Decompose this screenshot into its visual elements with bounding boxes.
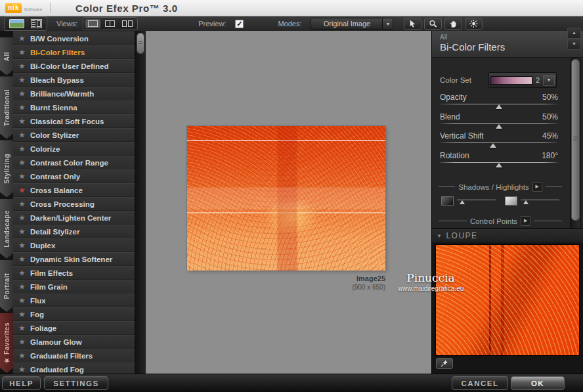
tab-all[interactable]: All <box>0 37 13 75</box>
settings-button[interactable]: SETTINGS <box>44 376 108 390</box>
ok-button[interactable]: OK <box>511 376 565 390</box>
star-icon[interactable]: ★ <box>19 242 26 249</box>
slider-thumb[interactable] <box>490 143 496 148</box>
filter-item[interactable]: ★Contrast Only <box>13 169 135 183</box>
star-icon[interactable]: ★ <box>19 200 26 207</box>
filter-item[interactable]: ★Bleach Bypass <box>13 73 135 87</box>
shadows-track[interactable] <box>456 196 496 206</box>
slider-opacity: Opacity 50% <box>440 91 558 111</box>
filter-item[interactable]: ★Detail Stylizer <box>13 225 135 238</box>
star-icon[interactable]: ★ <box>19 186 26 194</box>
tab-stylizing[interactable]: Stylizing <box>0 140 13 197</box>
loupe-image[interactable] <box>435 244 580 356</box>
star-icon[interactable]: ★ <box>19 49 26 56</box>
preview-image[interactable] <box>187 126 385 271</box>
star-icon[interactable]: ★ <box>19 173 26 180</box>
filter-item[interactable]: ★Film Grain <box>13 280 135 294</box>
scroll-up-button[interactable]: ▲ <box>567 28 581 39</box>
filter-item[interactable]: ★Fog <box>13 307 135 321</box>
filter-item[interactable]: ★Bi-Color Filters <box>13 45 135 59</box>
filter-item[interactable]: ★Brilliance/Warmth <box>13 87 135 100</box>
preview-checkbox[interactable]: ✓ <box>235 20 244 28</box>
filter-item[interactable]: ★Flux <box>13 294 135 307</box>
highlights-track[interactable] <box>519 196 559 206</box>
select-tool-button[interactable] <box>404 18 421 30</box>
star-icon[interactable]: ★ <box>19 283 26 290</box>
scrollbar-thumb[interactable] <box>137 33 144 54</box>
star-icon[interactable]: ★ <box>19 76 26 83</box>
filter-item[interactable]: ★Dynamic Skin Softener <box>13 252 135 266</box>
scrollbar-thumb[interactable] <box>571 59 580 221</box>
tab-portrait[interactable]: Portrait <box>0 260 13 312</box>
filter-item[interactable]: ★Graduated Filters <box>13 349 135 362</box>
highlights-swatch[interactable] <box>505 196 517 206</box>
chevron-down-icon[interactable]: ▼ <box>382 18 393 29</box>
loupe-header[interactable]: ▼ LOUPE <box>432 229 583 243</box>
star-icon[interactable]: ★ <box>19 228 26 235</box>
star-icon[interactable]: ★ <box>19 255 26 263</box>
panel-scrollbar[interactable] <box>570 57 581 240</box>
star-icon[interactable]: ★ <box>19 62 26 70</box>
filter-item[interactable]: ★Graduated Fog <box>13 362 135 374</box>
background-color-tool-button[interactable] <box>465 18 483 30</box>
filter-item[interactable]: ★Cross Balance <box>13 183 135 197</box>
filter-item[interactable]: ★Foliage <box>13 321 135 335</box>
filter-item[interactable]: ★Colorize <box>13 142 135 156</box>
color-set-dropdown[interactable]: 2 ▼ <box>488 72 557 88</box>
star-icon[interactable]: ★ <box>19 35 26 42</box>
star-icon[interactable]: ★ <box>19 214 26 221</box>
single-view-button[interactable] <box>85 19 100 28</box>
help-button[interactable]: HELP <box>2 376 41 390</box>
preview-canvas[interactable]: Image25 (900 x 650) <box>146 31 431 374</box>
star-icon[interactable]: ★ <box>19 324 26 332</box>
slider-track[interactable] <box>440 142 558 143</box>
scroll-down-button[interactable]: ▼ <box>567 39 581 50</box>
filter-item[interactable]: ★Classical Soft Focus <box>13 114 135 128</box>
filter-item[interactable]: ★Film Effects <box>13 266 135 280</box>
modes-dropdown[interactable]: Original Image ▼ <box>311 18 393 30</box>
star-icon[interactable]: ★ <box>19 338 26 345</box>
slider-thumb[interactable] <box>496 163 502 167</box>
star-icon[interactable]: ★ <box>19 366 26 373</box>
filter-item[interactable]: ★Cross Processing <box>13 197 135 211</box>
image-thumbnail-button[interactable] <box>7 18 26 29</box>
filter-item[interactable]: ★Burnt Sienna <box>13 100 135 114</box>
slider-thumb[interactable] <box>523 200 529 204</box>
zoom-tool-button[interactable] <box>424 18 442 30</box>
slider-thumb[interactable] <box>460 200 465 204</box>
filter-item[interactable]: ★Bi-Color User Defined <box>13 59 135 73</box>
star-icon[interactable]: ★ <box>19 104 26 111</box>
filter-item[interactable]: ★Contrast Color Range <box>13 156 135 169</box>
filter-item[interactable]: ★Darken/Lighten Center <box>13 211 135 225</box>
shadows-swatch[interactable] <box>441 196 454 206</box>
filter-item[interactable]: ★Glamour Glow <box>13 335 135 349</box>
split-view-button[interactable] <box>102 19 118 28</box>
slider-thumb[interactable] <box>496 124 502 129</box>
star-icon[interactable]: ★ <box>19 118 26 125</box>
tab-favorites[interactable]: ★ Favorites <box>0 313 13 373</box>
tab-traditional[interactable]: Traditional <box>0 76 13 139</box>
star-icon[interactable]: ★ <box>19 352 26 359</box>
pan-tool-button[interactable] <box>444 18 462 30</box>
slider-thumb[interactable] <box>496 104 502 109</box>
star-icon[interactable]: ★ <box>19 159 26 166</box>
tab-landscape[interactable]: Landscape <box>0 199 13 259</box>
star-icon[interactable]: ★ <box>19 90 26 97</box>
modes-dropdown-value: Original Image <box>311 20 382 28</box>
chevron-down-icon[interactable]: ▼ <box>543 75 555 86</box>
loupe-pin-button[interactable] <box>436 358 453 369</box>
side-by-side-view-button[interactable] <box>119 19 135 28</box>
star-icon[interactable]: ★ <box>19 269 26 276</box>
filter-item[interactable]: ★Duplex <box>13 238 135 252</box>
star-icon[interactable]: ★ <box>19 145 26 152</box>
filter-list-scrollbar[interactable] <box>135 31 146 374</box>
filter-item[interactable]: ★Color Stylizer <box>13 128 135 142</box>
star-icon[interactable]: ★ <box>19 131 26 139</box>
star-icon[interactable]: ★ <box>19 311 26 318</box>
expand-arrow-icon[interactable]: ▶ <box>532 182 542 192</box>
list-layout-button[interactable] <box>29 18 44 29</box>
expand-arrow-icon[interactable]: ▶ <box>521 216 530 226</box>
star-icon[interactable]: ★ <box>19 297 26 304</box>
filter-item[interactable]: ★B/W Conversion <box>13 32 135 45</box>
cancel-button[interactable]: CANCEL <box>452 376 508 390</box>
